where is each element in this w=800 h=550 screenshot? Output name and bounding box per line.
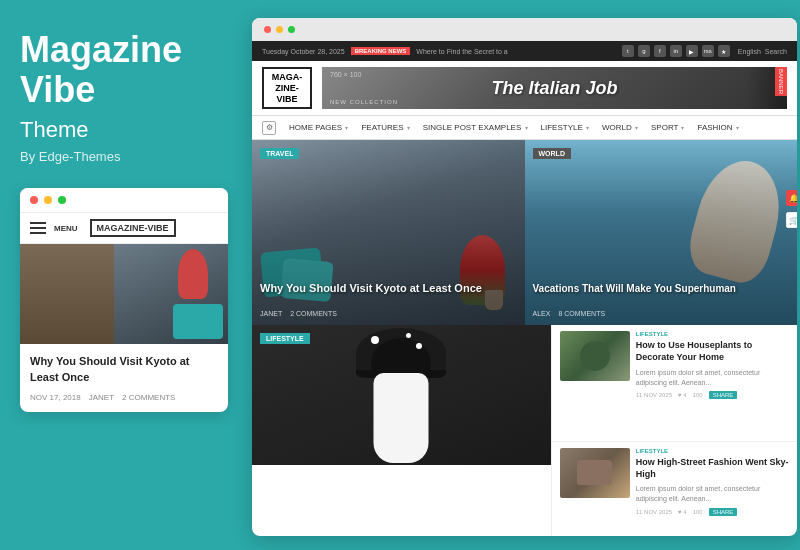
hero-left-meta: JANET 2 COMMENTS (260, 310, 517, 317)
mobile-hero-image (20, 244, 228, 344)
nav-home-pages[interactable]: HOME PAGES ▾ (283, 120, 354, 135)
logo-line1: MAGA- (272, 72, 303, 82)
browser-dot-red[interactable] (264, 26, 271, 33)
sidebar-article-2-content: LIFESTYLE How High-Street Fashion Went S… (636, 448, 789, 536)
hero-area: TRAVEL Why You Should Visit Kyoto at Lea… (252, 140, 797, 325)
cart-icon[interactable]: 🛒 (786, 212, 797, 228)
browser-dot-yellow[interactable] (276, 26, 283, 33)
nav-world[interactable]: WORLD ▾ (596, 120, 644, 135)
article-1-share[interactable]: SHARE (709, 391, 738, 399)
article-2-comments: 100 (693, 509, 703, 515)
article-2-share[interactable]: SHARE (709, 508, 738, 516)
hero-left-author: JANET (260, 310, 282, 317)
hamburger-icon (30, 222, 46, 234)
mobile-article-title: Why You Should Visit Kyoto at Least Once (30, 354, 218, 385)
article-1-likes: ♥ 4 (678, 392, 687, 398)
browser-dot-green[interactable] (288, 26, 295, 33)
mobile-card-content: Why You Should Visit Kyoto at Least Once… (20, 344, 228, 412)
article-1-comments: 100 (693, 392, 703, 398)
hero-left-article[interactable]: TRAVEL Why You Should Visit Kyoto at Lea… (252, 140, 525, 325)
mobile-preview-card: MENU MAGAZINE-VIBE Why You Should Visit … (20, 188, 228, 412)
header-banner[interactable]: 760 × 100 The Italian Job NEW COLLECTION… (322, 67, 787, 109)
settings-icon[interactable]: ⚙ (262, 121, 276, 135)
breaking-text: Where to Find the Secret to a (416, 48, 507, 55)
brand-subtitle: Theme (20, 117, 228, 143)
hero-right-caption: Vacations That Will Make You Superhuman (533, 282, 790, 295)
sidebar-article-1-excerpt: Lorem ipsum dolor sit amet, consectetur … (636, 368, 789, 388)
top-bar-right: t g f in ▶ rss ★ English Search (622, 45, 787, 57)
brand-by: By Edge-Themes (20, 149, 228, 164)
mobile-meta: NOV 17, 2018 JANET 2 COMMENTS (30, 393, 218, 402)
content-sidebar: LIFESTYLE How to Use Houseplants to Deco… (552, 325, 797, 536)
hero-right-article[interactable]: WORLD Vacations That Will Make You Super… (525, 140, 798, 325)
lang-selector[interactable]: English (738, 48, 761, 55)
hero-right-comments: 8 COMMENTS (558, 310, 605, 317)
sidebar-article-1-tag: LIFESTYLE (636, 331, 789, 337)
site-logo[interactable]: MAGA- ZINE- VIBE (262, 67, 312, 109)
nav-single-post[interactable]: SINGLE POST EXAMPLES ▾ (417, 120, 534, 135)
top-bar-date: Tuesday October 28, 2025 (262, 48, 345, 55)
sidebar-article-1-image (560, 331, 630, 381)
mobile-meta-comments: 2 COMMENTS (122, 393, 175, 402)
mobile-nav: MENU MAGAZINE-VIBE (20, 213, 228, 244)
dot-red (30, 196, 38, 204)
hero-right-meta: ALEX 8 COMMENTS (533, 310, 790, 317)
top-bar-left: Tuesday October 28, 2025 BREAKING NEWS W… (262, 47, 508, 55)
sidebar-article-2-excerpt: Lorem ipsum dolor sit amet, consectetur … (636, 484, 789, 504)
nav-lifestyle[interactable]: LIFESTYLE ▾ (535, 120, 595, 135)
top-bar: Tuesday October 28, 2025 BREAKING NEWS W… (252, 41, 797, 61)
dot-yellow (44, 196, 52, 204)
article-2-date: 11 NOV 2025 (636, 509, 672, 515)
banner-label: BANNER (775, 67, 787, 96)
mobile-card-dots (20, 188, 228, 213)
dot-green (58, 196, 66, 204)
hero-overlay (252, 140, 525, 325)
sidebar-article-1[interactable]: LIFESTYLE How to Use Houseplants to Deco… (552, 325, 797, 442)
sidebar-article-1-title: How to Use Houseplants to Decorate Your … (636, 340, 789, 363)
sidebar-article-2-title: How High-Street Fashion Went Sky-High (636, 457, 789, 480)
sidebar-article-2-meta: 11 NOV 2025 ♥ 4 100 SHARE (636, 508, 789, 516)
twitter-icon[interactable]: t (622, 45, 634, 57)
breaking-label: BREAKING NEWS (351, 47, 411, 55)
banner-title: The Italian Job (491, 78, 617, 99)
site-header: MAGA- ZINE- VIBE 760 × 100 The Italian J… (252, 61, 797, 116)
mobile-meta-date: NOV 17, 2018 (30, 393, 81, 402)
nav-sport[interactable]: SPORT ▾ (645, 120, 691, 135)
linkedin-icon[interactable]: in (670, 45, 682, 57)
nav-fashion[interactable]: FASHION ▾ (691, 120, 744, 135)
main-article-tag: LIFESTYLE (260, 333, 310, 344)
hero-left-caption: Why You Should Visit Kyoto at Least Once (260, 281, 517, 295)
banner-size: 760 × 100 (330, 71, 361, 78)
hero-left-comments: 2 COMMENTS (290, 310, 337, 317)
sidebar-article-2[interactable]: LIFESTYLE How High-Street Fashion Went S… (552, 442, 797, 536)
logo-line3: VIBE (276, 94, 297, 104)
brand-title: Magazine Vibe (20, 30, 228, 109)
sidebar-article-1-content: LIFESTYLE How to Use Houseplants to Deco… (636, 331, 789, 435)
article-1-date: 11 NOV 2025 (636, 392, 672, 398)
sidebar-article-2-tag: LIFESTYLE (636, 448, 789, 454)
youtube-icon[interactable]: ▶ (686, 45, 698, 57)
content-area: LIFESTYLE LIFESTYLE How to Use Houseplan… (252, 325, 797, 536)
article-2-likes: ♥ 4 (678, 509, 687, 515)
search-label[interactable]: Search (765, 48, 787, 55)
main-article-image[interactable]: LIFESTYLE (252, 325, 551, 465)
left-panel: Magazine Vibe Theme By Edge-Themes MENU … (0, 0, 248, 550)
menu-label: MENU (54, 224, 78, 233)
notification-icon[interactable]: 🔔 (786, 190, 797, 206)
hero-right-tag: WORLD (533, 148, 571, 159)
browser-chrome (252, 18, 797, 41)
browser-mockup: Tuesday October 28, 2025 BREAKING NEWS W… (252, 18, 797, 536)
rss-icon[interactable]: rss (702, 45, 714, 57)
hero-left-tag: TRAVEL (260, 148, 299, 159)
logo-line2: ZINE- (275, 83, 299, 93)
sidebar-article-2-image (560, 448, 630, 498)
mobile-logo: MAGAZINE-VIBE (90, 219, 176, 237)
banner-subtitle: NEW COLLECTION (330, 99, 398, 105)
nav-features[interactable]: FEATURES ▾ (355, 120, 415, 135)
google-icon[interactable]: g (638, 45, 650, 57)
content-main: LIFESTYLE (252, 325, 552, 536)
star-icon[interactable]: ★ (718, 45, 730, 57)
facebook-icon[interactable]: f (654, 45, 666, 57)
sidebar-article-1-meta: 11 NOV 2025 ♥ 4 100 SHARE (636, 391, 789, 399)
mobile-meta-author: JANET (89, 393, 114, 402)
